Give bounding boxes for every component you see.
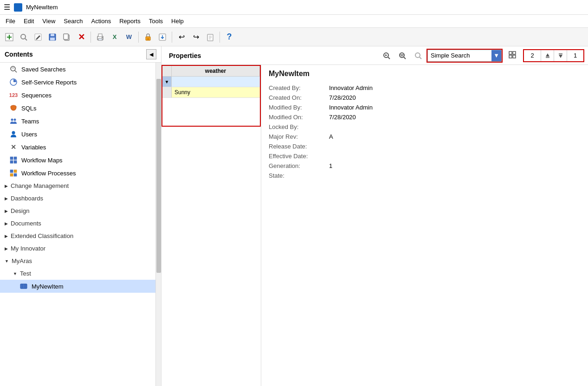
modified-by-value: Innovator Admin	[329, 104, 373, 111]
grid-row-selector-0[interactable]: ▼	[162, 77, 172, 87]
sidebar-item-sqls[interactable]: SQLs	[0, 102, 155, 115]
search-type-dropdown[interactable]: Simple Search ▼	[427, 50, 502, 62]
search-dropdown-arrow[interactable]: ▼	[491, 50, 501, 61]
search-clear-button[interactable]	[412, 49, 425, 62]
menu-edit[interactable]: Edit	[20, 17, 38, 26]
sidebar-item-mynewitem[interactable]: MyNewItem	[0, 280, 155, 293]
sort-asc-button[interactable]	[541, 50, 554, 61]
property-release-date: Release Date:	[269, 143, 581, 150]
menu-file[interactable]: File	[2, 17, 19, 26]
title-bar-title: MyNewItem	[26, 4, 58, 11]
help-button[interactable]: ?	[223, 31, 236, 44]
effective-date-label: Effective Date:	[269, 153, 329, 160]
current-page-input[interactable]	[567, 50, 583, 61]
sidebar-group-design[interactable]: ▶ Design	[0, 205, 155, 217]
page-count-input[interactable]	[524, 50, 541, 61]
sequences-icon: 123	[9, 91, 18, 99]
svg-line-43	[404, 57, 406, 59]
menu-help[interactable]: Help	[168, 17, 187, 26]
sidebar-group-extended-classification[interactable]: ▶ Extended Classification	[0, 230, 155, 242]
sidebar-item-workflow-maps[interactable]: Workflow Maps	[0, 154, 155, 167]
modified-on-label: Modified On:	[269, 114, 329, 121]
sidebar-scrollbar-thumb[interactable]	[156, 79, 161, 273]
property-created-by: Created By: Innovator Admin	[269, 84, 581, 91]
copy2-button[interactable]	[204, 31, 217, 44]
svg-rect-32	[14, 161, 17, 163]
svg-line-23	[15, 71, 17, 72]
redo-button[interactable]: ↪	[189, 31, 202, 44]
grid-cell-weather-0	[172, 77, 260, 87]
reports-label: Self-Service Reports	[21, 79, 77, 86]
sidebar-group-test[interactable]: ▼ Test	[0, 267, 155, 280]
word-button[interactable]: W	[123, 31, 136, 44]
sidebar-item-reports[interactable]: Self-Service Reports	[0, 76, 155, 89]
menu-search[interactable]: Search	[60, 17, 86, 26]
sidebar-scrollbar[interactable]	[155, 63, 161, 386]
search-run-button[interactable]	[380, 49, 393, 62]
main-layout: Contents ◀ Saved Searches Self-Service R…	[0, 46, 588, 386]
add-button[interactable]	[3, 31, 16, 44]
properties-label: Properties	[165, 52, 221, 59]
property-created-on: Created On: 7/28/2020	[269, 94, 581, 101]
extended-classification-arrow: ▶	[5, 234, 8, 238]
modified-on-value: 7/28/2020	[329, 114, 356, 121]
svg-rect-48	[509, 55, 512, 58]
grid-panel: weather ▼ Sunny	[162, 65, 261, 386]
lock-button[interactable]	[142, 31, 155, 44]
sidebar-item-users[interactable]: Users	[0, 128, 155, 141]
generation-label: Generation:	[269, 162, 329, 169]
documents-arrow: ▶	[5, 221, 8, 226]
menu-reports[interactable]: Reports	[116, 17, 144, 26]
export-button[interactable]	[156, 31, 169, 44]
menu-actions[interactable]: Actions	[88, 17, 115, 26]
edit-button[interactable]	[32, 31, 45, 44]
sidebar-item-workflow-processes[interactable]: Workflow Processes	[0, 167, 155, 180]
save-button[interactable]	[46, 31, 59, 44]
property-effective-date: Effective Date:	[269, 153, 581, 160]
my-innovator-label: My Innovator	[11, 245, 45, 252]
saved-searches-icon	[9, 65, 18, 73]
sidebar-group-change-management[interactable]: ▶ Change Management	[0, 180, 155, 192]
documents-label: Documents	[11, 220, 41, 227]
search-type-value: Simple Search	[428, 52, 491, 59]
release-date-label: Release Date:	[269, 143, 329, 150]
copy-button[interactable]	[60, 31, 73, 44]
change-management-arrow: ▶	[5, 184, 8, 188]
hamburger-icon[interactable]: ☰	[4, 3, 10, 12]
sidebar-group-my-innovator[interactable]: ▶ My Innovator	[0, 242, 155, 255]
sort-desc-button[interactable]	[554, 50, 567, 61]
sqls-icon	[9, 104, 18, 112]
major-rev-value: A	[329, 133, 333, 140]
sidebar-list: Saved Searches Self-Service Reports 123 …	[0, 63, 155, 386]
search-refine-button[interactable]	[396, 49, 409, 62]
sidebar-collapse-button[interactable]: ◀	[146, 49, 156, 59]
menu-tools[interactable]: Tools	[145, 17, 167, 26]
search-button[interactable]	[17, 31, 30, 44]
menu-view[interactable]: View	[39, 17, 59, 26]
page-controls	[523, 49, 584, 62]
grid-row-0[interactable]: ▼	[162, 77, 260, 87]
sidebar-group-myaras[interactable]: ▼ MyAras	[0, 255, 155, 267]
sidebar-item-saved-searches[interactable]: Saved Searches	[0, 63, 155, 76]
undo-button[interactable]: ↩	[175, 31, 188, 44]
excel-button[interactable]: X	[108, 31, 121, 44]
sidebar-item-sequences[interactable]: 123 Sequences	[0, 89, 155, 102]
generation-value: 1	[329, 162, 332, 169]
print-button[interactable]	[94, 31, 107, 44]
sidebar-item-teams[interactable]: Teams	[0, 115, 155, 128]
variables-icon: ✕	[9, 143, 18, 151]
mynewitem-icon	[19, 282, 28, 290]
users-label: Users	[21, 131, 37, 138]
sidebar-group-documents[interactable]: ▶ Documents	[0, 217, 155, 230]
toolbar-separator-3	[172, 32, 172, 43]
search-grid-toggle-button[interactable]	[507, 50, 517, 62]
property-modified-by: Modified By: Innovator Admin	[269, 104, 581, 111]
grid-row-1[interactable]: Sunny	[162, 87, 260, 98]
sidebar-item-variables[interactable]: ✕ Variables	[0, 141, 155, 154]
workflow-processes-icon	[9, 169, 18, 177]
svg-rect-34	[14, 170, 17, 173]
delete-button[interactable]: ✕	[75, 31, 88, 44]
test-label: Test	[20, 270, 31, 277]
sidebar-group-dashboards[interactable]: ▶ Dashboards	[0, 192, 155, 205]
property-major-rev: Major Rev: A	[269, 133, 581, 140]
